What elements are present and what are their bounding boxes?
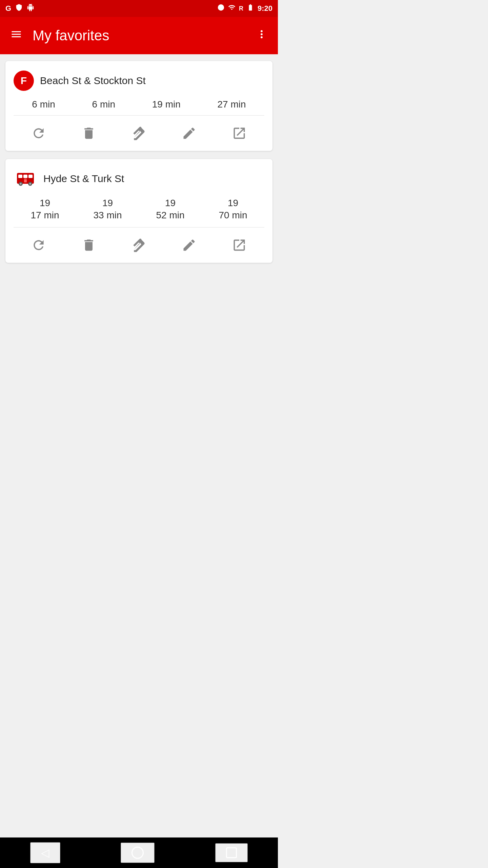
svg-rect-1 (220, 6, 221, 8)
time-value-3: 19 min (152, 99, 181, 110)
eraser-button-hyde[interactable] (128, 234, 150, 256)
actions-row-beach (14, 122, 264, 144)
back-button[interactable]: ◁ (30, 842, 60, 863)
page-title: My favorites (33, 27, 109, 44)
google-icon: G (5, 4, 11, 13)
favorite-card-beach: F Beach St & Stockton St 6 min 6 min 19 … (5, 61, 272, 151)
shield-icon (15, 4, 23, 13)
card-title-hyde: Hyde St & Turk St (43, 173, 124, 184)
time-line1-2: 19 (93, 197, 122, 209)
svg-point-10 (29, 183, 31, 185)
time-cell-2: 6 min (92, 99, 115, 110)
hamburger-icon (10, 28, 22, 43)
app-bar: My favorites (0, 17, 278, 54)
time-line2-3: 52 min (156, 209, 184, 221)
time-line2-1: 17 min (30, 209, 59, 221)
recents-icon (226, 847, 237, 858)
svg-rect-2 (221, 6, 222, 8)
edit-button-beach[interactable] (178, 122, 200, 144)
refresh-button-hyde[interactable] (28, 234, 49, 256)
card-header-beach: F Beach St & Stockton St (14, 71, 264, 91)
recents-button[interactable] (215, 843, 248, 862)
bus-icon-container (14, 169, 37, 189)
svg-rect-6 (28, 175, 33, 178)
times-row-beach: 6 min 6 min 19 min 27 min (14, 99, 264, 110)
delete-button-hyde[interactable] (78, 234, 100, 256)
time-cell-double-2: 19 33 min (93, 197, 122, 222)
time-line2-2: 33 min (93, 209, 122, 221)
time-cell-double-3: 19 52 min (156, 197, 184, 222)
main-content: F Beach St & Stockton St 6 min 6 min 19 … (0, 54, 278, 837)
more-vertical-icon (256, 28, 268, 43)
bottom-nav-bar: ◁ (0, 837, 278, 868)
refresh-button-beach[interactable] (28, 122, 49, 144)
card-header-hyde: Hyde St & Turk St (14, 169, 264, 189)
network-icon: R (239, 5, 243, 12)
status-bar: G R 9:20 (0, 0, 278, 17)
time-cell-4: 27 min (218, 99, 246, 110)
svg-rect-4 (18, 175, 22, 178)
time-value-1: 6 min (32, 99, 55, 110)
status-bar-right: R 9:20 (217, 4, 272, 13)
time-cell-3: 19 min (152, 99, 181, 110)
time-line2-4: 70 min (219, 209, 247, 221)
more-options-button[interactable] (252, 25, 271, 47)
svg-point-8 (20, 183, 22, 185)
back-icon: ◁ (41, 847, 49, 859)
status-bar-left: G (5, 4, 34, 13)
android-icon (27, 4, 34, 13)
time-line1-3: 19 (156, 197, 184, 209)
time-cell-double-4: 19 70 min (219, 197, 247, 222)
pause-icon (217, 4, 225, 13)
app-bar-left: My favorites (7, 25, 109, 47)
time-cell-1: 6 min (32, 99, 55, 110)
bus-icon (15, 170, 36, 187)
open-external-button-hyde[interactable] (228, 234, 250, 256)
time-value-2: 6 min (92, 99, 115, 110)
time-cell-double-1: 19 17 min (30, 197, 59, 222)
time-display: 9:20 (258, 4, 272, 13)
card-divider-beach (14, 115, 264, 116)
eraser-button-beach[interactable] (128, 122, 150, 144)
favorite-card-hyde: Hyde St & Turk St 19 17 min 19 33 min 19… (5, 159, 272, 263)
signal-icon (228, 4, 236, 13)
battery-icon (247, 4, 254, 13)
times-row-hyde: 19 17 min 19 33 min 19 52 min 19 70 min (14, 197, 264, 222)
home-button[interactable] (121, 843, 155, 863)
time-line1-4: 19 (219, 197, 247, 209)
delete-button-beach[interactable] (78, 122, 100, 144)
actions-row-hyde (14, 234, 264, 256)
svg-rect-5 (23, 175, 27, 178)
card-title-beach: Beach St & Stockton St (40, 75, 146, 86)
open-external-button-beach[interactable] (228, 122, 250, 144)
svg-point-0 (218, 4, 224, 11)
edit-button-hyde[interactable] (178, 234, 200, 256)
hamburger-menu-button[interactable] (7, 25, 26, 47)
avatar-f: F (14, 71, 34, 91)
card-divider-hyde (14, 227, 264, 228)
home-icon (131, 847, 144, 859)
time-value-4: 27 min (218, 99, 246, 110)
time-line1-1: 19 (30, 197, 59, 209)
